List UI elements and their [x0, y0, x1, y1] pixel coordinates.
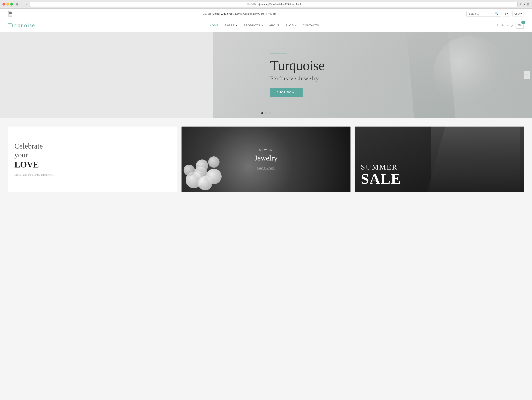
celebrate-line1: Celebrate	[14, 142, 43, 150]
nav-link-blog[interactable]: BLOG ▾	[285, 24, 297, 27]
jewelry-title: Jewelry	[254, 154, 278, 162]
minimize-button[interactable]	[6, 3, 9, 6]
promo-section: Celebrate your LOVE Browse and shop for …	[0, 118, 532, 192]
nav-item-blog[interactable]: BLOG ▾	[285, 23, 297, 27]
summer-label: SUMMER	[361, 163, 518, 171]
nav-link-products[interactable]: PRODUCTS ▾	[244, 24, 263, 27]
nav-item-about[interactable]: ABOUT	[269, 23, 279, 27]
search-input[interactable]	[469, 12, 493, 15]
pearl-decoration-4	[184, 165, 195, 176]
currency-selector[interactable]: $ ▾	[503, 11, 510, 16]
currency-chevron-icon[interactable]: ▾	[520, 12, 522, 15]
main-navigation: Turquoise HOME PAGES ▾ PRODUCTS ▾ ABOUT …	[0, 19, 532, 32]
nav-item-pages[interactable]: PAGES ▾	[224, 23, 237, 27]
celebrate-description: Browse and shop for the latest styles	[14, 173, 171, 177]
pinterest-icon[interactable]: 𝒑	[512, 24, 513, 27]
currency-symbol: $	[505, 12, 506, 15]
celebrate-heading: Celebrate your LOVE	[14, 142, 171, 170]
slider-next-arrow[interactable]: ›	[524, 71, 530, 79]
sale-label: SALE	[361, 171, 518, 186]
extensions-button[interactable]: ⊡	[527, 3, 530, 6]
browser-nav-controls: ⊞ ‹ ›	[15, 2, 28, 6]
new-in-label: NEW IN	[254, 149, 278, 152]
promo-card-celebrate: Celebrate your LOVE Browse and shop for …	[8, 127, 177, 192]
share-button[interactable]: ⬆	[520, 3, 522, 6]
currency-label: USD	[514, 12, 520, 15]
browser-chrome: ⊞ ‹ › file:///Users/janewang/Downloads/h…	[0, 0, 532, 9]
summer-sale-content: SUMMER SALE	[361, 163, 518, 186]
currency-dropdown-toggle[interactable]: ▾	[507, 12, 509, 15]
forward-button[interactable]: ›	[25, 2, 28, 6]
celebrate-line2: your	[14, 151, 28, 159]
sidebar-toggle[interactable]: ⊞	[15, 2, 19, 6]
products-chevron-icon: ▾	[262, 25, 263, 27]
traffic-lights	[2, 3, 13, 6]
contact-info: Call us: +3(800) 2345-6789 7 Days a week…	[203, 12, 276, 15]
hero-slider: Turquoise Exclusive Jewelry SHOP NOW! ›	[0, 32, 532, 118]
pearl-decoration-7	[208, 156, 220, 168]
search-box[interactable]: 🔍	[466, 11, 501, 17]
slider-dot-2[interactable]	[265, 112, 267, 114]
linkedin-icon[interactable]: in	[507, 24, 509, 27]
hero-content: Turquoise Exclusive Jewelry SHOP NOW!	[266, 49, 329, 101]
nav-links: HOME PAGES ▾ PRODUCTS ▾ ABOUT BLOG ▾ CON…	[209, 23, 319, 27]
pearl-decoration-5	[196, 160, 208, 172]
promo-card-jewelry: NEW IN Jewelry SHOP NOW!	[182, 127, 351, 192]
twitter-icon[interactable]: 𝕥	[497, 24, 498, 27]
hero-cta-button[interactable]: SHOP NOW!	[270, 88, 303, 97]
slider-dot-1[interactable]	[261, 112, 263, 114]
site-logo[interactable]: Turquoise	[8, 19, 35, 32]
new-tab-button[interactable]: +	[524, 3, 526, 6]
search-icon[interactable]: 🔍	[494, 12, 499, 16]
nav-item-products[interactable]: PRODUCTS ▾	[244, 23, 263, 27]
hero-accent-line	[270, 53, 286, 54]
cart-button[interactable]: 🛍 1	[516, 22, 524, 29]
top-bar: ☰ Call us: +3(800) 2345-6789 7 Days a we…	[0, 9, 532, 19]
facebook-icon[interactable]: f	[493, 24, 494, 27]
nav-item-home[interactable]: HOME	[209, 23, 218, 27]
hero-subtitle: Exclusive Jewelry	[270, 75, 324, 82]
nav-right-section: f 𝕥 G+ in 𝒑 🛍 1	[493, 22, 524, 29]
address-bar[interactable]: file:///Users/janewang/Downloads/html330…	[30, 2, 517, 7]
nav-link-pages[interactable]: PAGES ▾	[224, 24, 237, 27]
close-button[interactable]	[2, 3, 5, 6]
back-button[interactable]: ‹	[21, 2, 24, 6]
hamburger-menu[interactable]: ☰	[8, 11, 12, 16]
pages-chevron-icon: ▾	[236, 25, 237, 27]
jewelry-shop-now-button[interactable]: SHOP NOW!	[257, 167, 275, 170]
usd-selector[interactable]: USD ▾	[513, 11, 524, 16]
cart-badge: 1	[521, 20, 525, 24]
slider-dot-3[interactable]	[269, 112, 271, 114]
googleplus-icon[interactable]: G+	[501, 24, 504, 27]
phone-number: +3(800) 2345-6789	[212, 12, 233, 15]
nav-link-about[interactable]: ABOUT	[269, 24, 279, 27]
hero-title: Turquoise	[270, 58, 324, 73]
browser-action-buttons: ⬆ + ⊡	[520, 3, 530, 6]
logo-first-letter: T	[8, 22, 12, 28]
nav-link-contacts[interactable]: CONTACTS	[303, 24, 319, 27]
pearl-decoration-6	[206, 169, 222, 184]
jewelry-card-content: NEW IN Jewelry SHOP NOW!	[254, 149, 278, 170]
slider-dots	[261, 112, 271, 114]
promo-card-summer-sale: SUMMER SALE	[355, 127, 524, 192]
celebrate-love: LOVE	[14, 160, 171, 170]
call-us-label: Call us:	[203, 12, 211, 15]
nav-link-home[interactable]: HOME	[209, 24, 218, 27]
business-hours: 7 Days a week from 9:00 am to 7:00 pm	[233, 12, 276, 15]
top-bar-right: 🔍 $ ▾ USD ▾	[466, 11, 524, 17]
blog-chevron-icon: ▾	[295, 25, 297, 27]
maximize-button[interactable]	[10, 3, 13, 6]
logo-rest: urquoise	[12, 22, 35, 28]
nav-item-contacts[interactable]: CONTACTS	[303, 23, 319, 27]
